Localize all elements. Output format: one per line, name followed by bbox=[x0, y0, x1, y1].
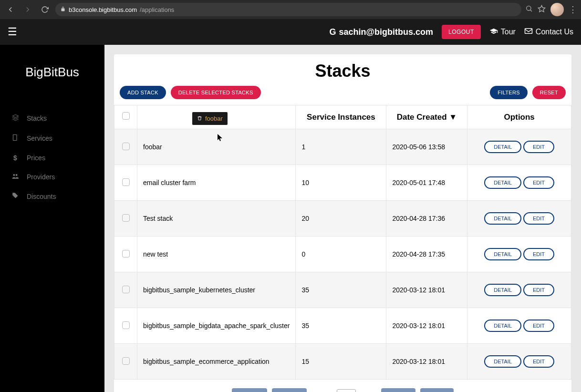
url-domain-text: b3console.bigbitbus.com bbox=[69, 6, 137, 13]
row-name[interactable]: foobar bbox=[143, 143, 162, 151]
svg-rect-2 bbox=[525, 29, 532, 34]
sidebar-item-services[interactable]: Services bbox=[0, 128, 104, 148]
envelope-icon bbox=[524, 28, 533, 36]
row-edit-button[interactable]: EDIT bbox=[523, 284, 554, 296]
row-instances: 35 bbox=[301, 286, 309, 294]
column-header-instances[interactable]: Service Instances bbox=[296, 105, 386, 129]
row-detail-button[interactable]: DETAIL bbox=[484, 248, 521, 260]
row-checkbox[interactable] bbox=[122, 286, 130, 293]
browser-url-bar[interactable]: b3console.bigbitbus.com/applications bbox=[55, 3, 521, 16]
row-name[interactable]: bigbitbus_sample_ecommerce_application bbox=[143, 358, 270, 365]
zoom-icon[interactable] bbox=[525, 5, 533, 14]
logout-button[interactable]: LOGOUT bbox=[442, 25, 481, 39]
pager-first-button[interactable]: FIRST bbox=[232, 388, 268, 392]
user-identity: G sachin@bigbitbus.com bbox=[329, 27, 433, 37]
row-detail-button[interactable]: DETAIL bbox=[484, 176, 521, 189]
browser-forward-button[interactable] bbox=[21, 3, 34, 16]
checkbox-all[interactable] bbox=[122, 112, 130, 120]
row-edit-button[interactable]: EDIT bbox=[523, 320, 554, 332]
browser-reload-button[interactable] bbox=[38, 3, 52, 16]
row-edit-button[interactable]: EDIT bbox=[523, 141, 554, 153]
row-detail-button[interactable]: DETAIL bbox=[484, 320, 521, 332]
row-name[interactable]: email cluster farm bbox=[143, 179, 196, 186]
browser-menu-icon[interactable]: ⋮ bbox=[569, 4, 577, 15]
svg-point-0 bbox=[527, 6, 531, 10]
pager-next-button[interactable]: NEXT bbox=[381, 388, 415, 392]
delete-selected-button[interactable]: DELETE SELECTED STACKS bbox=[171, 86, 261, 99]
add-stack-button[interactable]: ADD STACK bbox=[120, 86, 166, 99]
tag-icon bbox=[11, 192, 19, 201]
pager-last-button[interactable]: LAST bbox=[420, 388, 454, 392]
row-edit-button[interactable]: EDIT bbox=[523, 176, 554, 189]
lock-icon bbox=[60, 6, 66, 13]
sidebar-item-stacks[interactable]: Stacks bbox=[0, 108, 104, 128]
brand-logo[interactable]: BigBitBus bbox=[0, 45, 104, 108]
contact-link[interactable]: Contact Us bbox=[524, 28, 573, 36]
tooltip: foobar bbox=[192, 112, 228, 125]
sidebar-label-prices: Prices bbox=[27, 154, 45, 162]
tour-label: Tour bbox=[501, 28, 516, 36]
row-checkbox[interactable] bbox=[122, 250, 130, 258]
pager-prev-button[interactable]: PREV bbox=[272, 388, 307, 392]
pagination: FIRST PREV Page of 1 NEXT LAST bbox=[114, 380, 571, 392]
pager-page-input[interactable] bbox=[337, 389, 356, 392]
row-checkbox[interactable] bbox=[122, 214, 130, 222]
bookmark-star-icon[interactable] bbox=[538, 5, 546, 15]
row-checkbox[interactable] bbox=[122, 357, 130, 365]
row-name[interactable]: Test stack bbox=[143, 215, 173, 222]
table-row: bigbitbus_sample_kubernetes_cluster35202… bbox=[114, 272, 571, 308]
profile-avatar[interactable] bbox=[550, 3, 564, 16]
sidebar-label-services: Services bbox=[27, 134, 52, 142]
row-edit-button[interactable]: EDIT bbox=[523, 212, 554, 225]
row-date: 2020-03-12 18:01 bbox=[392, 358, 445, 365]
row-name[interactable]: new test bbox=[143, 250, 168, 258]
reset-button[interactable]: RESET bbox=[532, 86, 566, 99]
row-date: 2020-05-06 13:58 bbox=[392, 143, 445, 151]
column-header-date[interactable]: Date Created ▼ bbox=[386, 105, 467, 129]
layers-icon bbox=[11, 114, 19, 123]
tooltip-text: foobar bbox=[205, 115, 223, 122]
tour-link[interactable]: Tour bbox=[489, 28, 516, 36]
row-name[interactable]: bigbitbus_sample_bigdata_apache_spark_cl… bbox=[143, 322, 290, 330]
row-instances: 1 bbox=[301, 143, 305, 151]
filters-button[interactable]: FILTERS bbox=[490, 86, 528, 99]
dollar-icon: $ bbox=[11, 154, 19, 162]
topbar: ☰ G sachin@bigbitbus.com LOGOUT Tour Con… bbox=[0, 19, 581, 45]
row-edit-button[interactable]: EDIT bbox=[523, 355, 554, 368]
sidebar-label-discounts: Discounts bbox=[27, 193, 56, 200]
sidebar-item-providers[interactable]: Providers bbox=[0, 167, 104, 186]
row-instances: 20 bbox=[301, 215, 309, 222]
content-card: Stacks ADD STACK DELETE SELECTED STACKS … bbox=[114, 54, 571, 392]
browser-back-button[interactable] bbox=[4, 3, 17, 16]
sidebar-item-discounts[interactable]: Discounts bbox=[0, 186, 104, 206]
row-date: 2020-04-28 17:35 bbox=[392, 250, 445, 258]
table-row: new test02020-04-28 17:35DETAILEDIT bbox=[114, 237, 571, 272]
main-content: Stacks ADD STACK DELETE SELECTED STACKS … bbox=[104, 19, 581, 392]
row-detail-button[interactable]: DETAIL bbox=[484, 141, 521, 153]
row-date: 2020-03-12 18:01 bbox=[392, 286, 445, 294]
sidebar-menu: Stacks Services $ Prices Providers Disco… bbox=[0, 108, 104, 206]
sidebar-item-prices[interactable]: $ Prices bbox=[0, 148, 104, 167]
table-row: bigbitbus_sample_ecommerce_application15… bbox=[114, 344, 571, 380]
row-detail-button[interactable]: DETAIL bbox=[484, 284, 521, 296]
table-row: Test stack202020-04-28 17:36DETAILEDIT bbox=[114, 201, 571, 237]
row-detail-button[interactable]: DETAIL bbox=[484, 355, 521, 368]
svg-point-4 bbox=[13, 174, 15, 176]
row-instances: 15 bbox=[301, 358, 309, 365]
row-name[interactable]: bigbitbus_sample_kubernetes_cluster bbox=[143, 286, 255, 294]
row-checkbox[interactable] bbox=[122, 143, 130, 150]
row-checkbox[interactable] bbox=[122, 321, 130, 329]
svg-point-5 bbox=[16, 174, 18, 176]
row-instances: 10 bbox=[301, 179, 309, 186]
hamburger-menu-icon[interactable]: ☰ bbox=[8, 26, 17, 38]
row-edit-button[interactable]: EDIT bbox=[523, 248, 554, 260]
svg-rect-3 bbox=[13, 135, 17, 141]
sidebar-label-providers: Providers bbox=[27, 173, 55, 181]
column-header-select[interactable] bbox=[114, 105, 137, 129]
user-email-text: sachin@bigbitbus.com bbox=[339, 27, 433, 37]
row-checkbox[interactable] bbox=[122, 178, 130, 186]
row-detail-button[interactable]: DETAIL bbox=[484, 212, 521, 225]
mouse-cursor-icon bbox=[218, 134, 223, 143]
browser-toolbar: b3console.bigbitbus.com/applications ⋮ bbox=[0, 0, 581, 19]
contact-label: Contact Us bbox=[536, 28, 573, 36]
